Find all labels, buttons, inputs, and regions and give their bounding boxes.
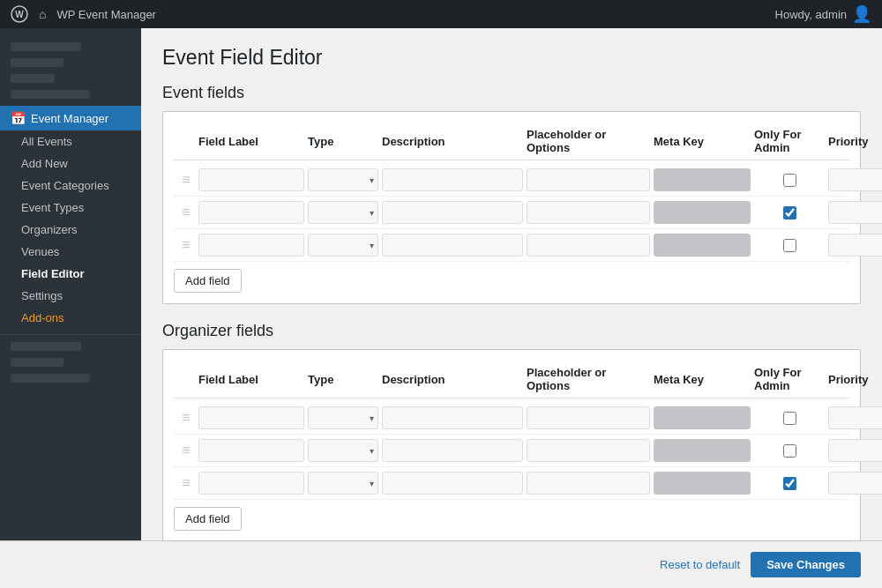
- description-input-3[interactable]: [382, 234, 523, 257]
- sidebar-item-all-events[interactable]: All Events: [0, 130, 141, 153]
- org-description-input-1[interactable]: [382, 406, 523, 429]
- org-placeholder-input-3[interactable]: [527, 472, 650, 495]
- org-drag-handle-3[interactable]: ≡: [177, 475, 195, 491]
- only-admin-checkbox-2[interactable]: [783, 206, 796, 220]
- org-col-description: Description: [382, 373, 523, 386]
- sidebar-item-event-categories[interactable]: Event Categories: [0, 175, 141, 197]
- sidebar-divider: [0, 334, 141, 335]
- org-meta-key-input-1[interactable]: [654, 406, 751, 429]
- sidebar-item-all-events-label: All Events: [21, 135, 72, 148]
- org-field-row-3: ≡ 🗑: [174, 467, 849, 500]
- sidebar-item-event-manager-label: Event Manager: [31, 112, 108, 125]
- priority-input-3[interactable]: [828, 234, 882, 257]
- org-only-admin-checkbox-3[interactable]: [783, 477, 796, 490]
- site-name: WP Event Manager: [56, 8, 155, 21]
- sidebar-item-field-editor[interactable]: Field Editor: [0, 263, 141, 285]
- event-add-field-btn[interactable]: Add field: [174, 269, 242, 293]
- org-only-admin-checkbox-1[interactable]: [783, 412, 796, 425]
- meta-key-input-1[interactable]: [654, 168, 751, 191]
- field-label-input-3[interactable]: [198, 234, 304, 257]
- col-description: Description: [382, 135, 523, 148]
- organizer-add-field-btn[interactable]: Add field: [174, 507, 242, 531]
- sidebar-item-event-types[interactable]: Event Types: [0, 197, 141, 219]
- main-layout: 📅 Event Manager All Events Add New Event…: [0, 28, 882, 540]
- type-select-3[interactable]: [308, 234, 378, 257]
- org-type-select-2[interactable]: [308, 439, 378, 462]
- sidebar-item-organizers[interactable]: Organizers: [0, 219, 141, 241]
- placeholder-input-1[interactable]: [527, 168, 650, 191]
- org-field-label-input-2[interactable]: [198, 439, 304, 462]
- sidebar-item-add-ons[interactable]: Add-ons: [0, 307, 141, 329]
- org-field-row-2: ≡ 🗑: [174, 435, 849, 467]
- org-meta-key-input-2[interactable]: [654, 439, 751, 462]
- sidebar-item-event-types-label: Event Types: [21, 201, 84, 214]
- type-select-1[interactable]: [308, 168, 378, 191]
- admin-bar: W ⌂ WP Event Manager Howdy, admin 👤: [0, 0, 882, 28]
- organizer-fields-header-row: Field Label Type Description Placeholder…: [174, 361, 849, 398]
- sidebar-item-event-categories-label: Event Categories: [21, 179, 109, 192]
- howdy-label: Howdy, admin: [775, 8, 847, 21]
- home-icon[interactable]: ⌂: [39, 7, 46, 21]
- field-label-input-2[interactable]: [198, 201, 304, 224]
- sidebar-placeholder-7: [11, 374, 90, 383]
- content-area: Event Field Editor Event fields Field La…: [141, 28, 882, 540]
- priority-input-2[interactable]: [828, 201, 882, 224]
- org-only-admin-cell-1: [754, 412, 825, 425]
- sidebar-submenu: All Events Add New Event Categories Even…: [0, 130, 141, 329]
- sidebar-placeholder-6: [11, 358, 64, 367]
- save-changes-btn[interactable]: Save Changes: [751, 552, 861, 577]
- sidebar-item-settings-label: Settings: [21, 289, 63, 302]
- org-col-meta-key: Meta Key: [654, 373, 751, 386]
- sidebar-item-add-new[interactable]: Add New: [0, 153, 141, 175]
- drag-handle-2[interactable]: ≡: [177, 205, 195, 220]
- org-placeholder-input-2[interactable]: [527, 439, 650, 462]
- event-field-row-1: ≡ 🗑: [174, 164, 849, 197]
- org-field-label-input-3[interactable]: [198, 472, 304, 495]
- org-only-admin-checkbox-2[interactable]: [783, 444, 796, 458]
- org-priority-input-2[interactable]: [828, 439, 882, 462]
- description-input-1[interactable]: [382, 168, 523, 191]
- org-meta-key-input-3[interactable]: [654, 472, 751, 495]
- sidebar-placeholder-5: [11, 342, 81, 351]
- sidebar-item-organizers-label: Organizers: [21, 223, 78, 236]
- footer-bar: Reset to default Save Changes: [0, 540, 882, 588]
- org-field-label-input-1[interactable]: [198, 406, 304, 429]
- placeholder-input-3[interactable]: [527, 234, 650, 257]
- meta-key-input-2[interactable]: [654, 201, 751, 224]
- org-priority-input-1[interactable]: [828, 406, 882, 429]
- only-admin-cell-2: [754, 206, 825, 220]
- sidebar-item-venues[interactable]: Venues: [0, 241, 141, 263]
- org-drag-handle-2[interactable]: ≡: [177, 443, 195, 458]
- type-select-2[interactable]: [308, 201, 378, 224]
- only-admin-checkbox-3[interactable]: [783, 239, 796, 252]
- org-drag-handle-1[interactable]: ≡: [177, 410, 195, 426]
- org-type-select-3[interactable]: [308, 472, 378, 495]
- org-description-input-2[interactable]: [382, 439, 523, 462]
- sidebar-item-venues-label: Venues: [21, 245, 59, 258]
- only-admin-checkbox-1[interactable]: [783, 174, 796, 187]
- drag-handle-1[interactable]: ≡: [177, 172, 195, 188]
- org-description-input-3[interactable]: [382, 472, 523, 495]
- reset-to-default-link[interactable]: Reset to default: [660, 558, 740, 571]
- wp-logo-icon: W: [11, 5, 28, 23]
- org-col-placeholder: Placeholder or Options: [527, 366, 650, 392]
- sidebar-item-settings[interactable]: Settings: [0, 285, 141, 307]
- sidebar-item-event-manager[interactable]: 📅 Event Manager: [0, 106, 141, 130]
- drag-handle-3[interactable]: ≡: [177, 237, 195, 253]
- meta-key-input-3[interactable]: [654, 234, 751, 257]
- description-input-2[interactable]: [382, 201, 523, 224]
- org-only-admin-cell-2: [754, 444, 825, 458]
- org-placeholder-input-1[interactable]: [527, 406, 650, 429]
- admin-bar-left: W ⌂ WP Event Manager: [11, 5, 156, 23]
- event-field-row-2: ≡ 🗑: [174, 197, 849, 229]
- col-only-admin: Only For Admin: [754, 128, 825, 154]
- org-priority-input-3[interactable]: [828, 472, 882, 495]
- org-col-only-admin: Only For Admin: [754, 366, 825, 392]
- field-label-input-1[interactable]: [198, 168, 304, 191]
- only-admin-cell-1: [754, 174, 825, 187]
- org-type-select-1[interactable]: [308, 406, 378, 429]
- priority-input-1[interactable]: [828, 168, 882, 191]
- page-title: Event Field Editor: [162, 46, 861, 70]
- placeholder-input-2[interactable]: [527, 201, 650, 224]
- event-fields-header-row: Field Label Type Description Placeholder…: [174, 123, 849, 160]
